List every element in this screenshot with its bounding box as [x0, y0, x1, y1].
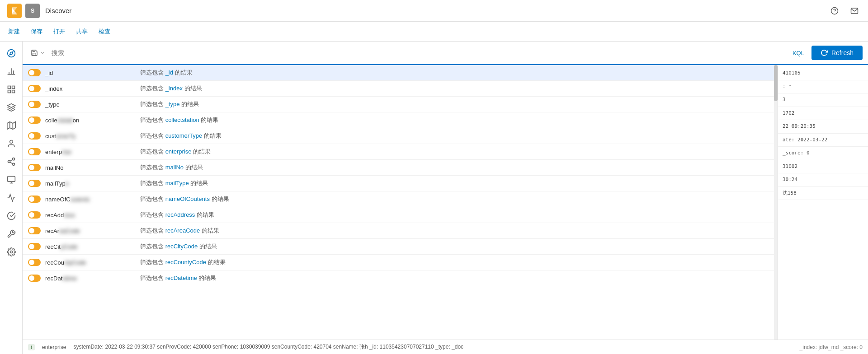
user-icon [7, 139, 16, 148]
toggle-id[interactable] [28, 69, 41, 76]
nav-uptime[interactable] [3, 208, 19, 224]
field-item-type[interactable]: _type 筛选包含 _type 的结果 [23, 97, 778, 112]
toggle-mailno[interactable] [28, 164, 41, 171]
toggle-recdatetime[interactable] [28, 275, 41, 282]
field-item-reccountycode[interactable]: recCountyCode 筛选包含 recCountyCode 的结果 [23, 255, 778, 270]
field-action-nameofcoutents[interactable]: 筛选包含 nameOfCoutents 的结果 [140, 195, 772, 203]
search-input[interactable] [52, 49, 785, 56]
field-item-nameofcoutents[interactable]: nameOfCoutents 筛选包含 nameOfCoutents 的结果 [23, 191, 778, 207]
field-action-index[interactable]: 筛选包含 _index 的结果 [140, 84, 772, 93]
svg-point-2 [7, 50, 15, 57]
field-action-collectstation[interactable]: 筛选包含 collectstation 的结果 [140, 116, 772, 124]
nav-dev-tools[interactable] [3, 226, 19, 242]
mail-icon [850, 7, 859, 15]
help-icon [830, 7, 839, 15]
scrollbar-thumb[interactable] [774, 65, 778, 101]
save-button[interactable]: 保存 [30, 26, 43, 37]
toggle-index[interactable] [28, 85, 41, 92]
field-action-recaddress[interactable]: 筛选包含 recAddress 的结果 [140, 211, 772, 219]
share-button[interactable]: 共享 [75, 26, 89, 37]
toggle-mailtype[interactable] [28, 180, 41, 187]
result-entry-9: 30:24 [778, 173, 868, 187]
inspect-button[interactable]: 检查 [98, 26, 111, 37]
refresh-button[interactable]: Refresh [811, 46, 863, 60]
user-avatar: S [25, 4, 40, 18]
compass-icon [7, 49, 16, 58]
save-filter-icon [31, 49, 38, 56]
field-item-recaddress[interactable]: recAddress 筛选包含 recAddress 的结果 [23, 207, 778, 223]
result-entry-2: : * [778, 80, 868, 94]
field-name-reccitycode: recCityCode [45, 243, 136, 250]
nav-apm[interactable] [3, 190, 19, 206]
field-action-reccitycode[interactable]: 筛选包含 recCityCode 的结果 [140, 242, 772, 251]
mail-button[interactable] [848, 5, 861, 17]
field-item-recdatetime[interactable]: recDatetime 筛选包含 recDatetime 的结果 [23, 270, 778, 286]
field-action-mailtype[interactable]: 筛选包含 mailType 的结果 [140, 179, 772, 187]
refresh-label: Refresh [831, 49, 854, 56]
toggle-customertype[interactable] [28, 132, 41, 140]
nav-dashboard[interactable] [3, 81, 19, 98]
nav-graph[interactable] [3, 154, 19, 170]
toggle-type[interactable] [28, 101, 41, 108]
field-item-customertype[interactable]: customerTy 筛选包含 customerType 的结果 [23, 128, 778, 144]
field-item-enterprise[interactable]: enterprise 筛选包含 enterprise 的结果 [23, 144, 778, 160]
svg-rect-8 [8, 86, 10, 89]
toggle-recareacode[interactable] [28, 227, 41, 234]
user-initial: S [31, 7, 35, 14]
field-name-type: _type [45, 101, 136, 108]
svg-rect-11 [8, 90, 10, 93]
open-button[interactable]: 打开 [52, 26, 66, 37]
nav-canvas[interactable] [3, 99, 19, 116]
field-name-collectstation: collectstation [45, 117, 136, 124]
svg-point-17 [12, 158, 14, 160]
nav-maps[interactable] [3, 117, 19, 134]
monitor-icon [7, 175, 16, 184]
field-action-reccountycode[interactable]: 筛选包含 recCountyCode 的结果 [140, 258, 772, 266]
bottom-bar: t enterprise systemDate: 2022-03-22 09:3… [23, 340, 868, 354]
field-item-recareacode[interactable]: recAreaCode 筛选包含 recAreaCode 的结果 [23, 223, 778, 239]
field-action-recdatetime[interactable]: 筛选包含 recDatetime 的结果 [140, 274, 772, 282]
nav-visualize[interactable] [3, 63, 19, 79]
field-item-collectstation[interactable]: collectstation 筛选包含 collectstation 的结果 [23, 112, 778, 128]
field-action-enterprise[interactable]: 筛选包含 enterprise 的结果 [140, 148, 772, 156]
toggle-enterprise[interactable] [28, 148, 41, 155]
svg-line-20 [10, 162, 13, 163]
kql-button[interactable]: KQL [789, 48, 808, 58]
toggle-recaddress[interactable] [28, 211, 41, 219]
toggle-reccountycode[interactable] [28, 259, 41, 266]
nav-stack-management[interactable] [3, 244, 19, 260]
field-name-nameofcoutents: nameOfCoutents [45, 196, 136, 203]
field-name-recareacode: recAreaCode [45, 228, 136, 234]
toggle-collectstation[interactable] [28, 116, 41, 124]
wrench-icon [7, 229, 16, 238]
toggle-reccitycode[interactable] [28, 243, 41, 250]
field-item-mailtype[interactable]: mailType 筛选包含 mailType 的结果 [23, 176, 778, 191]
field-name-recaddress: recAddress [45, 212, 136, 219]
field-action-customertype[interactable]: 筛选包含 customerType 的结果 [140, 132, 772, 140]
field-action-recareacode[interactable]: 筛选包含 recAreaCode 的结果 [140, 227, 772, 235]
result-entry-8: 31002 [778, 160, 868, 174]
field-action-type[interactable]: 筛选包含 _type 的结果 [140, 100, 772, 108]
nav-monitoring[interactable] [3, 172, 19, 188]
nav-user[interactable] [3, 135, 19, 152]
field-item-reccitycode[interactable]: recCityCode 筛选包含 recCityCode 的结果 [23, 239, 778, 255]
check-circle-icon [7, 211, 16, 220]
svg-marker-3 [9, 51, 13, 55]
field-name-mailno: mailNo [45, 164, 136, 171]
field-name-recdatetime: recDatetime [45, 275, 136, 282]
field-action-id[interactable]: 筛选包含 _id 的结果 [140, 69, 772, 77]
nav-discover[interactable] [3, 45, 19, 61]
field-item-mailno[interactable]: mailNo 筛选包含 mailNo 的结果 [23, 160, 778, 176]
svg-marker-13 [7, 122, 15, 130]
svg-rect-10 [12, 90, 14, 93]
field-item-id[interactable]: _id 筛选包含 _id 的结果 [23, 65, 778, 81]
filter-button[interactable] [28, 47, 48, 58]
field-action-mailno[interactable]: 筛选包含 mailNo 的结果 [140, 163, 772, 172]
field-item-index[interactable]: _index 筛选包含 _index 的结果 [23, 81, 778, 97]
kibana-logo-svg [10, 6, 19, 15]
new-button[interactable]: 新建 [7, 26, 21, 37]
result-entry-4: 1702 [778, 107, 868, 121]
svg-rect-22 [7, 177, 15, 182]
help-button[interactable] [828, 5, 841, 17]
toggle-nameofcoutents[interactable] [28, 196, 41, 203]
